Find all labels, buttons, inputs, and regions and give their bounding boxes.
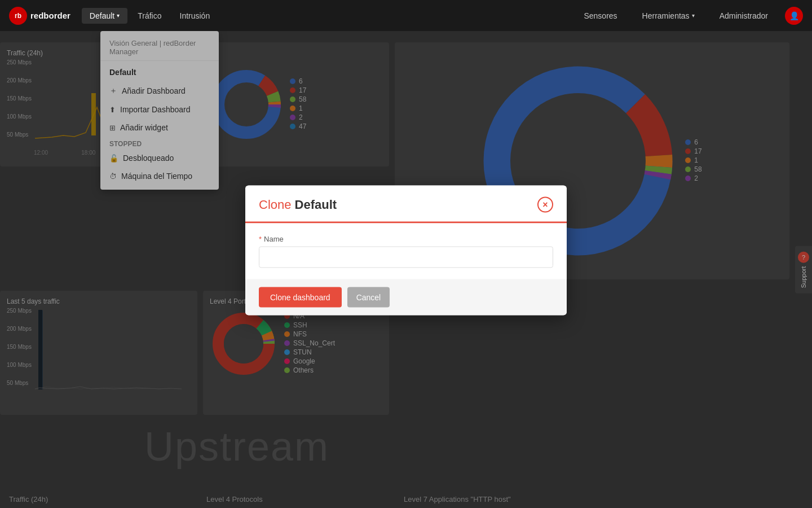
chevron-down-icon: ▾ — [692, 12, 695, 19]
nav-item-sensores[interactable]: Sensores — [576, 8, 625, 24]
logo-icon: rb — [9, 7, 27, 25]
clone-dashboard-modal: Clone Default × *Name Clone dashboard Ca… — [245, 185, 567, 315]
modal-header: Clone Default × — [245, 185, 567, 223]
modal-footer: Clone dashboard Cancel — [245, 279, 567, 315]
name-input[interactable] — [259, 246, 553, 268]
nav-item-herramientas[interactable]: Herramientas ▾ — [634, 8, 703, 24]
modal-title-bold: Default — [295, 197, 337, 211]
chevron-down-icon: ▾ — [117, 12, 120, 19]
nav-right: Sensores Herramientas ▾ Administrador 👤 — [576, 7, 803, 25]
logo-text: redborder — [30, 11, 70, 20]
admin-avatar[interactable]: 👤 — [785, 7, 803, 25]
modal-close-button[interactable]: × — [537, 196, 553, 212]
nav-item-intrusion[interactable]: Intrusión — [172, 8, 218, 24]
nav-item-trafico[interactable]: Tráfico — [130, 8, 169, 24]
name-field-label: *Name — [259, 234, 553, 243]
logo[interactable]: rb redborder — [9, 7, 70, 25]
content-area: Traffic (24h) 250 Mbps 200 Mbps 150 Mbps… — [0, 31, 812, 508]
modal-body: *Name — [245, 223, 567, 279]
top-navigation: rb redborder Default ▾ Tráfico Intrusión… — [0, 0, 812, 31]
modal-title-normal: Clone — [259, 197, 295, 211]
modal-title: Clone Default — [259, 197, 337, 212]
required-indicator: * — [259, 234, 262, 243]
clone-dashboard-button[interactable]: Clone dashboard — [259, 287, 342, 307]
nav-item-administrador[interactable]: Administrador — [712, 8, 776, 24]
cancel-button[interactable]: Cancel — [347, 287, 390, 307]
nav-items: Default ▾ Tráfico Intrusión — [82, 8, 576, 24]
nav-item-default[interactable]: Default ▾ — [82, 8, 127, 24]
